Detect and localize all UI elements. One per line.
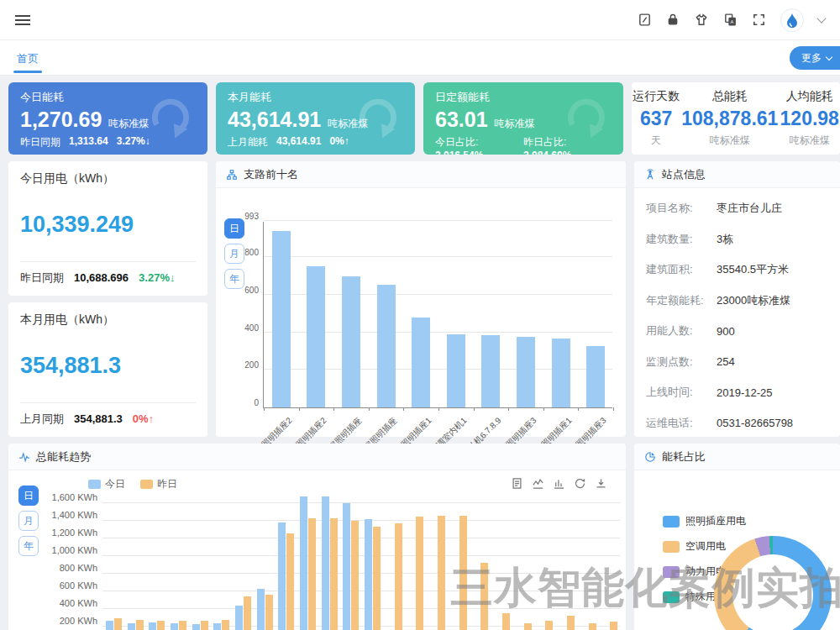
bar-昨日-h6: [244, 596, 251, 630]
bar-今日-h7: [257, 589, 265, 630]
legend-swatch: [663, 566, 680, 578]
svg-text:A: A: [731, 19, 734, 24]
fullscreen-icon[interactable]: [752, 13, 766, 27]
bar-2层照明插座: [377, 285, 396, 407]
site-row-monitor-points: 监测点数:254: [646, 347, 828, 378]
bar-今日-h5: [213, 623, 221, 630]
y-axis-tick: 400: [244, 323, 259, 332]
kpi-sub-label: 昨日同期: [20, 135, 60, 150]
bar-3层照明插座2: [307, 266, 325, 407]
stat-label: 总能耗: [681, 89, 778, 104]
y-axis-tick: 400 KWh: [60, 598, 97, 608]
kpi-card-today-energy: 今日能耗 1,270.69吨标准煤 昨日同期1,313.643.27%↓: [8, 82, 207, 155]
pulse-icon: [18, 451, 30, 463]
bar-昨日-h10: [330, 518, 338, 630]
site-row-annual-quota: 年定额能耗:23000吨标准煤: [646, 286, 828, 317]
legend-swatch: [663, 541, 680, 553]
bar-1层空调室内机1: [447, 334, 465, 407]
site-row-building-area: 建筑面积:35540.5平方米: [646, 255, 828, 286]
bar-今日-h9: [300, 496, 307, 630]
bar-昨日-h20: [545, 621, 553, 630]
bar-今日-h10: [322, 496, 329, 630]
kpi-sub-label: 今日占比:: [435, 136, 478, 148]
bar-昨日-h14: [416, 517, 423, 630]
legend-item-yesterday[interactable]: 昨日: [140, 477, 177, 491]
more-button[interactable]: 更多: [790, 46, 840, 70]
kpi-sub-value2: 2,084.69%: [523, 150, 571, 155]
more-button-label: 更多: [801, 51, 822, 66]
bar-今日-h1: [128, 623, 135, 630]
bar-昨日-h8: [286, 533, 294, 630]
period-day-button[interactable]: 日: [18, 486, 39, 506]
bar-昨日-h12: [373, 527, 381, 630]
lock-icon[interactable]: [666, 13, 680, 27]
month-electricity-card: 本月用电（kWh） 354,881.3 上月同期 354,881.3 0%↑: [8, 302, 207, 437]
y-axis-tick: 1,600 KWh: [52, 492, 97, 502]
bar-今日-h11: [343, 503, 350, 630]
site-row-people-count: 用能人数:900: [646, 316, 828, 347]
y-axis-tick: 800: [244, 248, 259, 257]
bar-昨日-h9: [308, 518, 316, 630]
site-row-online-date: 上线时间:2019-12-25: [646, 377, 828, 408]
tab-home[interactable]: 首页: [13, 43, 42, 73]
usage-value: 10,339.249: [20, 212, 196, 238]
bar-chart-icon[interactable]: [553, 477, 565, 490]
period-day-button[interactable]: 日: [224, 218, 244, 239]
usage-sub-value: 10,688.696: [74, 271, 129, 284]
legend-item-today[interactable]: 今日: [88, 477, 125, 491]
bar-1层照明插座: [342, 276, 360, 407]
today-electricity-card: 今日用电（kWh） 10,339.249 昨日同期 10,688.696 3.2…: [8, 161, 207, 296]
language-icon[interactable]: A: [723, 13, 738, 27]
panel-title: 能耗占比: [662, 449, 706, 465]
site-info-panel: 站点信息 项目名称:枣庄市台儿庄 建筑数量:3栋 建筑面积:35540.5平方米…: [634, 161, 840, 437]
stat-label: 运行天数: [633, 89, 680, 104]
more-chevron-icon: [826, 54, 832, 60]
download-icon[interactable]: [595, 477, 607, 490]
y-axis-tick: 0: [254, 398, 259, 407]
bar-今日-h4: [192, 624, 200, 630]
bar-昨日-h13: [395, 523, 402, 630]
panel-title: 支路前十名: [244, 167, 298, 182]
site-row-project-name: 项目名称:枣庄市台儿庄: [646, 193, 828, 224]
y-axis-tick: 600: [244, 285, 259, 294]
bar-昨日-h7: [265, 595, 273, 630]
y-axis-tick: 1,000 KWh: [52, 545, 97, 555]
data-view-icon[interactable]: [511, 477, 523, 490]
water-drop-logo[interactable]: [780, 8, 804, 32]
bar-昨日-h16: [459, 516, 467, 630]
stat-label: 人均能耗: [780, 89, 839, 104]
line-chart-icon[interactable]: [532, 477, 544, 490]
recycle-icon: [559, 92, 612, 144]
kpi-value: 43,614.91: [228, 108, 321, 132]
recycle-icon: [351, 92, 403, 144]
theme-icon[interactable]: [694, 13, 709, 27]
kpi-sub-value: 2,016.54%: [435, 150, 483, 155]
stat-value: 108,878.61: [681, 108, 778, 130]
legend-label: 空调用电: [685, 539, 726, 554]
period-year-button[interactable]: 年: [224, 269, 244, 289]
bar-昨日-h1: [136, 620, 144, 630]
y-axis-tick: 1,200 KWh: [52, 528, 97, 538]
bar-昨日-h4: [201, 621, 208, 630]
bar-昨日-h5: [222, 620, 229, 630]
hamburger-menu-icon[interactable]: [15, 13, 30, 28]
bar-3层照明插座3: [517, 337, 535, 407]
restore-icon[interactable]: [574, 477, 586, 490]
site-row-building-count: 建筑数量:3栋: [646, 224, 828, 255]
bar-昨日-h2: [157, 621, 165, 630]
y-axis-tick: 200: [244, 360, 259, 370]
panel-title: 站点信息: [662, 167, 706, 182]
bar-今日-h2: [149, 622, 156, 630]
legend-swatch: [663, 591, 680, 603]
pie-legend-item[interactable]: 照明插座用电: [663, 514, 746, 528]
usage-sub-label: 昨日同期: [20, 270, 64, 286]
period-year-button[interactable]: 年: [18, 536, 39, 556]
period-month-button[interactable]: 月: [18, 511, 39, 531]
bar-昨日-h17: [480, 563, 488, 630]
chevron-down-icon[interactable]: [816, 13, 826, 23]
usage-title: 本月用电（kWh）: [20, 312, 196, 328]
note-icon[interactable]: [638, 13, 652, 27]
energy-trend-chart: 200 KWh400 KWh600 KWh800 KWh1,000 KWh1,2…: [102, 492, 620, 630]
stat-running-days: 运行天数 637 天: [633, 89, 680, 155]
period-month-button[interactable]: 月: [224, 244, 244, 264]
